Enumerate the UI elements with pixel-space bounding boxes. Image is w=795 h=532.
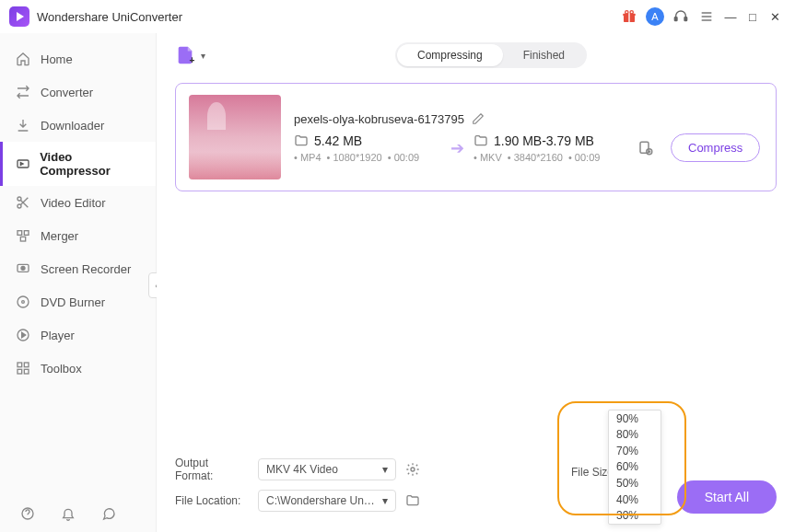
file-size-dropdown[interactable]: 90% 80% 70% 60% 50% 40% 30%: [608, 410, 661, 525]
status-tabbar: Compressing Finished: [395, 42, 587, 68]
home-icon: [15, 51, 31, 67]
file-location-select[interactable]: C:\Wondershare UniConverter ▾: [258, 490, 396, 512]
svg-rect-24: [24, 363, 29, 367]
chevron-down-icon[interactable]: ▾: [201, 51, 205, 61]
chevron-down-icon: ▾: [382, 494, 388, 507]
app-title: Wondershare UniConverter: [37, 10, 182, 24]
svg-point-21: [22, 301, 25, 304]
sidebar-item-video-compressor[interactable]: Video Compressor: [0, 142, 156, 186]
sidebar-item-label: Toolbox: [41, 362, 82, 376]
converter-icon: [15, 84, 31, 100]
file-size-option[interactable]: 70%: [609, 443, 661, 459]
sidebar-item-video-editor[interactable]: Video Editor: [0, 186, 156, 219]
source-info: 5.42 MB MP4 1080*1920 00:09: [294, 133, 441, 163]
disc-icon: [15, 294, 31, 310]
source-format: MP4: [294, 152, 322, 163]
compress-button[interactable]: Compress: [671, 133, 760, 162]
menu-icon[interactable]: [697, 7, 716, 26]
tab-compressing[interactable]: Compressing: [397, 44, 503, 66]
svg-point-31: [411, 468, 415, 471]
output-settings-icon[interactable]: [405, 462, 420, 477]
sidebar-item-home[interactable]: Home: [0, 42, 156, 75]
output-format-select[interactable]: MKV 4K Video ▾: [258, 458, 396, 480]
folder-icon: [294, 133, 309, 148]
chevron-down-icon: ▾: [382, 463, 388, 476]
sidebar-item-converter[interactable]: Converter: [0, 75, 156, 109]
gift-icon[interactable]: [620, 7, 638, 26]
arrow-right-icon: ➔: [450, 138, 464, 158]
scissors-icon: [15, 194, 31, 211]
sidebar-item-label: Player: [41, 329, 75, 342]
titlebar: Wondershare UniConverter A — □ ✕: [0, 0, 795, 33]
sidebar-item-label: Merger: [41, 229, 78, 243]
sidebar-item-toolbox[interactable]: Toolbox: [0, 352, 156, 385]
svg-point-19: [21, 266, 25, 270]
sidebar-item-label: DVD Burner: [41, 295, 105, 309]
feedback-icon[interactable]: [99, 504, 118, 523]
open-folder-icon[interactable]: [405, 493, 420, 508]
video-thumbnail[interactable]: [189, 95, 281, 179]
svg-rect-23: [18, 363, 22, 367]
source-duration: 00:09: [388, 152, 419, 163]
file-size-option[interactable]: 30%: [609, 507, 661, 524]
svg-point-3: [625, 11, 628, 14]
minimize-button[interactable]: —: [722, 10, 739, 24]
target-resolution: 3840*2160: [508, 152, 563, 163]
file-settings-icon[interactable]: [637, 140, 654, 156]
svg-rect-25: [18, 369, 22, 374]
svg-rect-2: [628, 14, 629, 22]
add-file-button[interactable]: +: [175, 45, 195, 65]
file-location-label: File Location:: [175, 494, 249, 507]
sidebar-item-label: Downloader: [41, 119, 104, 133]
file-size-option[interactable]: 40%: [609, 492, 661, 508]
sidebar-item-label: Video Editor: [41, 196, 106, 210]
file-size-option[interactable]: 60%: [609, 459, 661, 476]
file-location-value: C:\Wondershare UniConverter: [266, 494, 377, 507]
merger-icon: [15, 227, 31, 244]
file-name: pexels-olya-kobruseva-6173795: [294, 112, 464, 126]
sidebar-item-player[interactable]: Player: [0, 318, 156, 352]
tab-finished[interactable]: Finished: [503, 44, 585, 66]
file-size-option[interactable]: 90%: [609, 411, 661, 427]
svg-text:+: +: [190, 55, 195, 65]
sidebar-item-label: Video Compressor: [40, 150, 141, 178]
target-duration: 00:09: [568, 152, 600, 163]
svg-rect-16: [24, 231, 29, 236]
account-avatar[interactable]: A: [646, 7, 664, 26]
svg-rect-6: [684, 17, 687, 21]
close-button[interactable]: ✕: [766, 10, 783, 24]
play-icon: [15, 327, 31, 343]
maximize-button[interactable]: □: [744, 10, 761, 24]
output-format-value: MKV 4K Video: [266, 463, 338, 476]
compressor-icon: [15, 156, 30, 172]
app-logo: [9, 6, 29, 27]
svg-rect-29: [640, 142, 649, 153]
sidebar-item-merger[interactable]: Merger: [0, 219, 156, 252]
bell-icon[interactable]: [59, 504, 77, 523]
help-icon[interactable]: [18, 504, 37, 523]
svg-rect-5: [674, 17, 677, 21]
headset-icon[interactable]: [672, 7, 690, 26]
source-resolution: 1080*1920: [327, 152, 382, 163]
svg-point-4: [630, 11, 633, 14]
file-size-option[interactable]: 50%: [609, 475, 661, 492]
start-all-button[interactable]: Start All: [677, 480, 777, 514]
svg-rect-17: [20, 237, 25, 241]
sidebar-item-screen-recorder[interactable]: Screen Recorder: [0, 252, 156, 285]
sidebar-item-label: Converter: [41, 86, 93, 99]
main-panel: + ▾ Compressing Finished pexels-olya-kob…: [157, 33, 795, 532]
edit-name-icon[interactable]: [472, 112, 485, 125]
svg-point-11: [18, 197, 21, 201]
sidebar-item-downloader[interactable]: Downloader: [0, 109, 156, 142]
svg-rect-15: [18, 231, 22, 236]
folder-icon: [473, 133, 488, 148]
sidebar-item-label: Screen Recorder: [41, 262, 131, 276]
svg-point-12: [18, 204, 21, 208]
toolbox-icon: [15, 360, 31, 376]
sidebar: Home Converter Downloader Video Compress…: [0, 33, 157, 532]
output-format-label: Output Format:: [175, 457, 249, 482]
download-icon: [15, 117, 31, 133]
file-size-option[interactable]: 80%: [609, 426, 661, 443]
target-size: 1.90 MB-3.79 MB: [494, 133, 594, 148]
sidebar-item-dvd-burner[interactable]: DVD Burner: [0, 285, 156, 318]
